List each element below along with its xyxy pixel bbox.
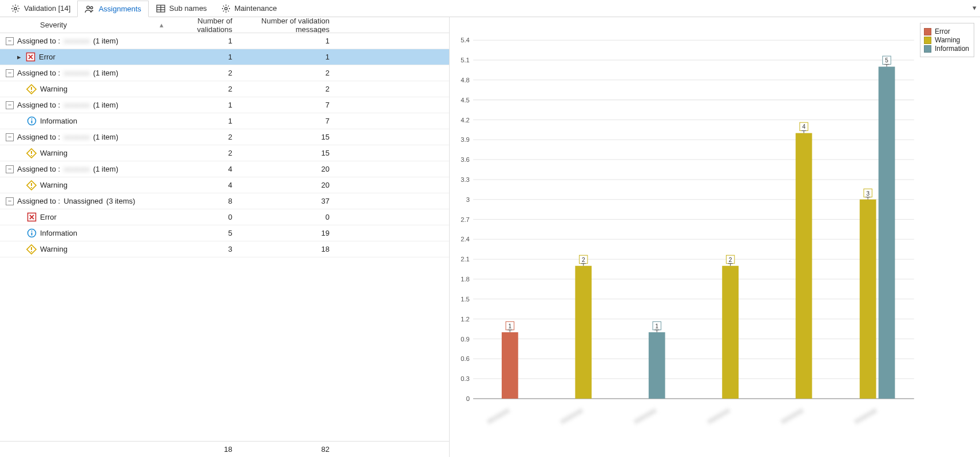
row-nm: 0 <box>238 213 335 221</box>
svg-text:3.6: 3.6 <box>461 156 470 163</box>
group-nm: 2 <box>238 69 335 77</box>
severity-label: Warning <box>40 181 68 189</box>
tab-label: Sub names <box>169 4 207 13</box>
bar[interactable] <box>575 266 592 399</box>
error-icon <box>25 52 35 62</box>
group-count: (3 items) <box>106 197 136 205</box>
tab-label: Maintenance <box>235 4 277 13</box>
people-icon <box>85 4 95 14</box>
tab-maintenance[interactable]: Maintenance <box>214 0 284 17</box>
col-num-messages-label: Number of validation messages <box>261 17 330 34</box>
svg-text:4.8: 4.8 <box>461 77 470 84</box>
svg-text:2: 2 <box>729 257 732 263</box>
bar[interactable] <box>722 266 739 399</box>
group-row[interactable]: −Assigned to : xxxxxxx (1 item)420 <box>0 161 449 177</box>
legend-item[interactable]: Warning <box>924 36 970 44</box>
severity-row[interactable]: Warning215 <box>0 145 449 161</box>
group-name-redacted: xxxxxxx <box>64 37 90 45</box>
severity-row[interactable]: Information519 <box>0 225 449 241</box>
tab-bar: Validation [14]AssignmentsSub namesMaint… <box>0 0 980 17</box>
group-row[interactable]: −Assigned to : xxxxxxx (1 item)215 <box>0 129 449 145</box>
warning-icon <box>26 148 37 158</box>
chart-panel: 00.30.60.91.21.51.82.12.42.733.33.63.94.… <box>450 17 980 457</box>
bar[interactable] <box>796 133 812 399</box>
svg-text:xxxxxxx: xxxxxxx <box>485 406 511 426</box>
row-nv: 1 <box>169 117 238 125</box>
group-nv: 2 <box>169 69 238 77</box>
svg-text:3.3: 3.3 <box>461 176 470 183</box>
svg-point-1 <box>87 6 90 9</box>
gear-icon <box>10 3 21 14</box>
severity-label: Error <box>40 213 57 221</box>
group-nv: 1 <box>169 101 238 109</box>
severity-row[interactable]: ▸Error11 <box>0 49 449 65</box>
legend-label: Warning <box>935 36 960 44</box>
col-num-messages[interactable]: Number of validation messages <box>238 17 335 34</box>
grid-footer: 18 82 <box>0 441 449 457</box>
group-nm: 7 <box>238 101 335 109</box>
svg-text:2.4: 2.4 <box>461 236 470 243</box>
sort-asc-icon: ▴ <box>160 21 164 29</box>
collapse-icon[interactable]: − <box>6 197 14 205</box>
group-row[interactable]: −Assigned to : xxxxxxx (1 item)22 <box>0 65 449 81</box>
col-num-validations[interactable]: Number of validations <box>169 17 238 34</box>
row-nv: 2 <box>169 85 238 93</box>
group-row[interactable]: −Assigned to : xxxxxxx (1 item)11 <box>0 33 449 49</box>
legend-label: Information <box>935 45 969 53</box>
svg-text:xxxxxxx: xxxxxxx <box>779 406 805 426</box>
severity-row[interactable]: Error00 <box>0 209 449 225</box>
svg-text:5.1: 5.1 <box>461 57 470 63</box>
svg-text:3: 3 <box>466 196 470 203</box>
svg-text:2: 2 <box>582 257 585 263</box>
tab-overflow-icon[interactable]: ▾ <box>973 3 977 12</box>
severity-label: Warning <box>40 85 68 93</box>
svg-text:2.1: 2.1 <box>461 256 470 263</box>
group-count: (1 item) <box>93 133 118 141</box>
collapse-icon[interactable]: − <box>6 69 14 77</box>
svg-point-12 <box>31 118 32 120</box>
warning-icon <box>26 244 37 255</box>
assignments-grid: Severity ▴ Number of validations Number … <box>0 17 450 457</box>
col-severity[interactable]: Severity ▴ <box>0 21 169 29</box>
svg-text:4.2: 4.2 <box>461 117 470 124</box>
row-nm: 19 <box>238 229 335 237</box>
bar[interactable] <box>879 67 895 399</box>
tab-sub-names[interactable]: Sub names <box>149 0 214 17</box>
severity-row[interactable]: Warning318 <box>0 241 449 257</box>
footer-num-messages: 82 <box>238 445 335 454</box>
chart-legend: ErrorWarningInformation <box>920 23 974 57</box>
severity-row[interactable]: Warning420 <box>0 177 449 193</box>
bar[interactable] <box>502 332 518 399</box>
error-icon <box>26 212 37 222</box>
svg-point-17 <box>31 186 32 188</box>
group-row[interactable]: −Assigned to : Unassigned (3 items)837 <box>0 193 449 209</box>
expand-arrow-icon[interactable]: ▸ <box>16 53 22 61</box>
group-row[interactable]: −Assigned to : xxxxxxx (1 item)17 <box>0 97 449 113</box>
legend-item[interactable]: Error <box>924 27 970 35</box>
severity-row[interactable]: Warning22 <box>0 81 449 97</box>
severity-label: Error <box>39 53 55 61</box>
group-count: (1 item) <box>93 165 118 173</box>
group-nm: 15 <box>238 133 335 141</box>
col-num-validations-label: Number of validations <box>197 17 232 34</box>
collapse-icon[interactable]: − <box>6 37 14 45</box>
group-name-redacted: xxxxxxx <box>64 133 90 141</box>
legend-item[interactable]: Information <box>924 45 970 53</box>
group-label: Assigned to : <box>17 165 60 173</box>
group-label: Assigned to : <box>17 101 60 109</box>
collapse-icon[interactable]: − <box>6 101 14 109</box>
svg-text:1.2: 1.2 <box>461 316 470 323</box>
bar[interactable] <box>860 200 876 399</box>
row-nm: 18 <box>238 245 335 253</box>
row-nv: 2 <box>169 149 238 157</box>
bar[interactable] <box>649 332 665 399</box>
collapse-icon[interactable]: − <box>6 165 14 173</box>
grid-body: −Assigned to : xxxxxxx (1 item)11▸Error1… <box>0 33 449 441</box>
tab-assignments[interactable]: Assignments <box>77 1 148 17</box>
row-nv: 3 <box>169 245 238 253</box>
collapse-icon[interactable]: − <box>6 133 14 141</box>
group-nv: 2 <box>169 133 238 141</box>
tab-validation-14-[interactable]: Validation [14] <box>3 0 77 17</box>
svg-text:0: 0 <box>466 395 470 402</box>
severity-row[interactable]: Information17 <box>0 113 449 129</box>
